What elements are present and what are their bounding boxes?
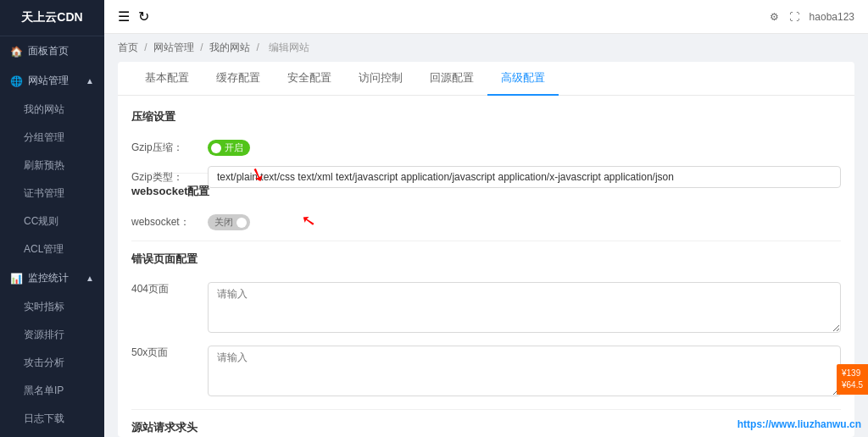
page-50x-label: 50x页面	[131, 346, 208, 360]
gzip-enable-label: Gzip压缩：	[131, 141, 208, 155]
sidebar-item-refresh-prefetch[interactable]: 刷新预热	[0, 152, 104, 180]
section-divider-2	[131, 241, 841, 241]
sidebar-item-my-website[interactable]: 我的网站	[0, 96, 104, 124]
websocket-toggle[interactable]: 关闭	[208, 214, 250, 230]
sidebar-item-attack-analysis[interactable]: 攻击分析	[0, 349, 104, 377]
breadcrumb: 首页 / 网站管理 / 我的网站 / 编辑网站	[104, 34, 868, 62]
breadcrumb-website-mgmt[interactable]: 网站管理	[153, 41, 194, 53]
gzip-toggle[interactable]: 开启	[208, 140, 250, 156]
sidebar-item-resource-ranking[interactable]: 资源排行	[0, 321, 104, 349]
price-line2: ¥64.5	[842, 379, 863, 391]
breadcrumb-sep3: /	[256, 41, 262, 53]
sidebar: 天上云CDN 🏠 面板首页 🌐 网站管理 ▲ 我的网站 分组管理 刷新预热 证书…	[0, 0, 104, 437]
price-line1: ¥139	[842, 368, 863, 379]
form-content: 压缩设置 Gzip压缩： 开启 Gzip类型： ➘	[118, 96, 854, 437]
gzip-type-value	[208, 166, 841, 188]
sidebar-item-realtime[interactable]: 实时指标	[0, 293, 104, 321]
toggle-label: 开启	[225, 141, 243, 154]
topbar-right: ⚙ ⛶ haoba123	[770, 11, 854, 23]
sidebar-item-acl-mgmt[interactable]: ACL管理	[0, 235, 104, 263]
sidebar-item-website-mgmt[interactable]: 🌐 网站管理 ▲	[0, 66, 104, 96]
tab-bar: 基本配置 缓存配置 安全配置 访问控制 回源配置 高级配置	[118, 62, 854, 96]
chevron-up-icon: ▲	[86, 274, 94, 283]
tab-basic[interactable]: 基本配置	[131, 62, 203, 96]
error-page-section-title: 错误页面配置	[131, 252, 841, 272]
sidebar-submenu-monitor: 实时指标 资源排行 攻击分析 黑名单IP 日志下载 用量查询	[0, 293, 104, 437]
chevron-up-icon: ▲	[86, 76, 94, 86]
refresh-icon[interactable]: ↻	[138, 8, 149, 25]
gzip-type-row: Gzip类型：	[131, 166, 841, 188]
breadcrumb-sep2: /	[200, 41, 206, 53]
chart-icon: 📊	[10, 273, 23, 285]
gzip-enable-value: 开启	[208, 140, 841, 156]
tab-advanced[interactable]: 高级配置	[487, 62, 559, 96]
home-icon: 🏠	[10, 46, 23, 58]
content-area: 基本配置 缓存配置 安全配置 访问控制 回源配置 高级配置 压缩设置 Gzip压…	[118, 62, 854, 437]
page-404-input[interactable]	[208, 282, 841, 333]
username: haoba123	[810, 11, 854, 23]
toggle-dot	[211, 143, 221, 153]
page-404-input-wrap	[208, 282, 841, 335]
sidebar-item-label: 监控统计	[28, 271, 69, 285]
fullscreen-icon[interactable]: ⛶	[789, 11, 799, 23]
price-badge: ¥139 ¥64.5	[837, 364, 868, 395]
globe-icon: 🌐	[10, 75, 23, 87]
watermark-url: https://www.liuzhanwu.cn	[737, 418, 861, 430]
sidebar-item-label: 面板首页	[28, 44, 69, 58]
compression-section-title: 压缩设置	[131, 109, 841, 130]
breadcrumb-sep: /	[144, 41, 150, 53]
websocket-value: 关闭 ➘	[208, 214, 841, 230]
sidebar-logo: 天上云CDN	[0, 0, 104, 36]
request-header-section-title: 源站请求求头	[131, 420, 841, 437]
tab-back-source[interactable]: 回源配置	[416, 62, 487, 96]
sidebar-item-label: 网站管理	[28, 74, 69, 88]
tab-access-control[interactable]: 访问控制	[345, 62, 416, 96]
breadcrumb-my-website[interactable]: 我的网站	[209, 41, 250, 53]
red-arrow-2: ➘	[299, 210, 317, 233]
page-50x-input[interactable]	[208, 346, 841, 396]
sidebar-item-monitor-stats[interactable]: 📊 监控统计 ▲	[0, 263, 104, 293]
page-50x-row: 50x页面	[131, 346, 841, 399]
menu-icon[interactable]: ☰	[118, 8, 130, 25]
sidebar-item-cc-rules[interactable]: CC规则	[0, 207, 104, 235]
breadcrumb-current: 编辑网站	[269, 41, 309, 53]
sidebar-submenu-website: 我的网站 分组管理 刷新预热 证书管理 CC规则 ACL管理	[0, 96, 104, 263]
sidebar-item-traffic-query[interactable]: 用量查询	[0, 433, 104, 437]
section-divider-3	[131, 409, 841, 410]
page-50x-input-wrap	[208, 346, 841, 399]
sidebar-item-log-download[interactable]: 日志下载	[0, 405, 104, 433]
gzip-type-input[interactable]	[208, 166, 841, 188]
gzip-enable-row: Gzip压缩： 开启	[131, 140, 841, 156]
breadcrumb-home[interactable]: 首页	[118, 41, 138, 53]
sidebar-item-dashboard[interactable]: 🏠 面板首页	[0, 36, 104, 66]
topbar: ☰ ↻ ⚙ ⛶ haoba123	[104, 0, 868, 34]
toggle-dot	[236, 218, 247, 228]
sidebar-item-blacklist-ip[interactable]: 黑名单IP	[0, 377, 104, 405]
main-content: ☰ ↻ ⚙ ⛶ haoba123 首页 / 网站管理 / 我的网站 / 编辑网站…	[104, 0, 868, 437]
gzip-type-label: Gzip类型：	[131, 170, 208, 185]
websocket-label: websocket：	[131, 215, 208, 230]
tab-security[interactable]: 安全配置	[274, 62, 345, 96]
page-404-row: 404页面	[131, 282, 841, 335]
tab-cache[interactable]: 缓存配置	[203, 62, 274, 96]
websocket-row: websocket： 关闭 ➘	[131, 214, 841, 230]
settings-icon[interactable]: ⚙	[770, 11, 779, 23]
page-404-label: 404页面	[131, 282, 208, 296]
toggle-label: 关闭	[214, 216, 233, 229]
sidebar-item-cert-mgmt[interactable]: 证书管理	[0, 180, 104, 207]
sidebar-item-group-mgmt[interactable]: 分组管理	[0, 124, 104, 152]
topbar-left: ☰ ↻	[118, 8, 149, 25]
